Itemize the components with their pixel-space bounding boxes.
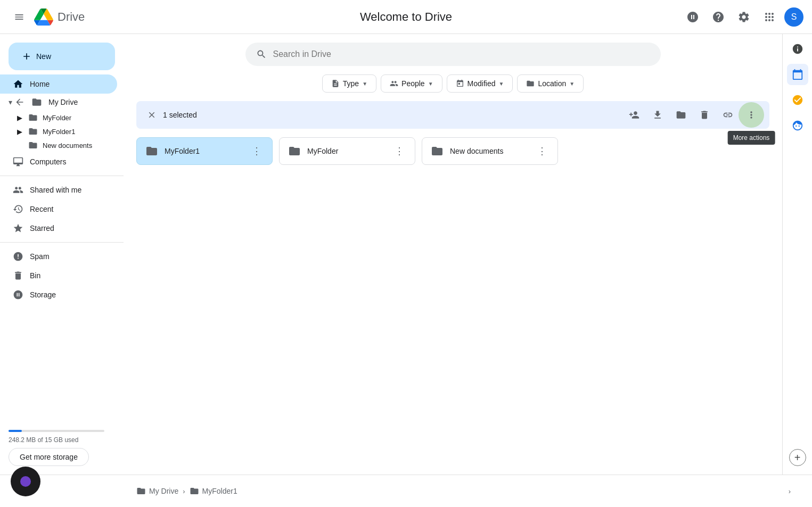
main-content: Type ▼ People ▼ Modified ▼ Location ▼ bbox=[124, 34, 782, 475]
breadcrumb: My Drive › MyFolder1 bbox=[136, 486, 237, 496]
storage-label: Storage bbox=[30, 290, 56, 299]
people-label: People bbox=[401, 79, 425, 88]
recent-icon bbox=[13, 204, 23, 214]
home-label: Home bbox=[30, 80, 50, 88]
selection-bar: 1 selected bbox=[136, 101, 769, 129]
app-title: Drive bbox=[58, 10, 85, 24]
new-button[interactable]: New bbox=[9, 43, 115, 70]
sidebar-item-computers[interactable]: Computers bbox=[0, 152, 117, 171]
myfolder-label: MyFolder bbox=[43, 114, 71, 122]
move-button[interactable] bbox=[671, 105, 691, 124]
breadcrumb-mydrive: My Drive bbox=[149, 487, 178, 495]
storage-bar-bg bbox=[9, 430, 104, 432]
people-arrow: ▼ bbox=[428, 81, 433, 87]
menu-icon[interactable] bbox=[9, 6, 30, 28]
info-panel-icon[interactable] bbox=[787, 38, 808, 60]
settings-icon[interactable] bbox=[733, 6, 754, 28]
expand-button[interactable]: › bbox=[780, 481, 799, 501]
top-bar-left: Drive bbox=[9, 6, 85, 28]
body-area: New Home ▾ My Drive ▶ MyFolder bbox=[0, 34, 812, 475]
home-icon bbox=[13, 79, 23, 89]
bin-label: Bin bbox=[30, 271, 40, 280]
spam-label: Spam bbox=[30, 252, 50, 261]
type-filter[interactable]: Type ▼ bbox=[322, 74, 376, 93]
file-name-myfolder1: MyFolder1 bbox=[165, 147, 243, 155]
selection-count: 1 selected bbox=[163, 111, 620, 119]
calendar-panel-icon[interactable] bbox=[787, 64, 808, 85]
search-input[interactable] bbox=[273, 49, 650, 59]
my-drive-label: My Drive bbox=[48, 98, 78, 106]
sidebar-item-starred[interactable]: Starred bbox=[0, 219, 117, 238]
folder-icon bbox=[28, 113, 38, 122]
sidebar-item-bin[interactable]: Bin bbox=[0, 266, 117, 285]
sidebar-item-home[interactable]: Home bbox=[0, 74, 117, 94]
tree-toggle-1: ▶ bbox=[17, 128, 26, 136]
file-name-newdoc: New documents bbox=[450, 147, 529, 155]
location-icon bbox=[526, 79, 535, 88]
link-button[interactable] bbox=[718, 105, 737, 124]
sidebar-item-recent[interactable]: Recent bbox=[0, 200, 117, 219]
tasks-panel-icon[interactable] bbox=[787, 89, 808, 111]
drive-logo[interactable]: Drive bbox=[34, 7, 85, 27]
breadcrumb-folder-item[interactable]: MyFolder1 bbox=[190, 486, 237, 496]
top-bar: Drive Welcome to Drive S bbox=[0, 0, 812, 34]
file-item-myfolder1[interactable]: MyFolder1 ⋮ bbox=[136, 137, 273, 165]
add-panel-button[interactable]: + bbox=[789, 449, 806, 466]
avatar[interactable]: S bbox=[784, 7, 803, 27]
location-filter[interactable]: Location ▼ bbox=[517, 74, 584, 93]
emoji-icon[interactable] bbox=[682, 6, 703, 28]
location-arrow: ▼ bbox=[569, 81, 575, 87]
sidebar-item-storage[interactable]: Storage bbox=[0, 285, 117, 304]
expand-icon: ▾ bbox=[9, 98, 12, 106]
bin-icon bbox=[13, 270, 23, 281]
main-title: Welcome to Drive bbox=[360, 10, 452, 24]
folder-icon-1 bbox=[28, 127, 38, 136]
file-more-myfolder1[interactable]: ⋮ bbox=[250, 143, 264, 159]
file-item-myfolder[interactable]: MyFolder ⋮ bbox=[279, 137, 415, 165]
myfolder1-label: MyFolder1 bbox=[43, 128, 75, 136]
modified-filter[interactable]: Modified ▼ bbox=[447, 74, 513, 93]
my-drive-header[interactable]: ▾ My Drive bbox=[0, 94, 117, 111]
file-name-myfolder: MyFolder bbox=[307, 147, 386, 155]
help-icon[interactable] bbox=[708, 6, 729, 28]
filter-row: Type ▼ People ▼ Modified ▼ Location ▼ bbox=[136, 70, 769, 97]
deselect-button[interactable] bbox=[145, 108, 159, 122]
computers-label: Computers bbox=[30, 157, 66, 166]
shared-icon bbox=[13, 185, 23, 195]
recent-label: Recent bbox=[30, 205, 53, 213]
search-container bbox=[136, 34, 769, 70]
delete-button[interactable] bbox=[695, 105, 714, 124]
tree-item-newdoc[interactable]: ▶ New documents bbox=[0, 138, 117, 152]
divider-2 bbox=[0, 242, 124, 243]
type-icon bbox=[331, 79, 340, 88]
breadcrumb-drive-icon bbox=[136, 486, 146, 496]
file-item-newdoc[interactable]: New documents ⋮ bbox=[422, 137, 558, 165]
breadcrumb-folder: MyFolder1 bbox=[202, 487, 237, 495]
breadcrumb-drive-item[interactable]: My Drive bbox=[136, 486, 178, 496]
tree-toggle: ▶ bbox=[17, 114, 26, 122]
sidebar-item-shared[interactable]: Shared with me bbox=[0, 180, 117, 200]
breadcrumb-separator: › bbox=[183, 487, 185, 495]
search-bar[interactable] bbox=[245, 43, 661, 66]
storage-icon bbox=[13, 289, 23, 300]
file-more-newdoc[interactable]: ⋮ bbox=[535, 143, 549, 159]
contacts-panel-icon[interactable] bbox=[787, 115, 808, 136]
breadcrumb-folder-icon bbox=[190, 486, 199, 496]
people-filter[interactable]: People ▼ bbox=[381, 74, 442, 93]
get-storage-button[interactable]: Get more storage bbox=[9, 448, 89, 466]
file-more-myfolder[interactable]: ⋮ bbox=[392, 143, 406, 159]
modified-arrow: ▼ bbox=[498, 81, 504, 87]
newdoc-label: New documents bbox=[43, 142, 92, 149]
more-actions-button[interactable]: More actions bbox=[742, 105, 761, 124]
share-button[interactable] bbox=[625, 105, 644, 124]
people-icon bbox=[390, 79, 398, 88]
tree-item-myfolder[interactable]: ▶ MyFolder bbox=[0, 111, 117, 124]
tree-item-myfolder1[interactable]: ▶ MyFolder1 bbox=[0, 124, 117, 138]
folder-icon-myfolder bbox=[288, 145, 301, 157]
folder-icon-newdoc bbox=[431, 145, 444, 157]
sidebar-item-spam[interactable]: Spam bbox=[0, 247, 117, 266]
starred-label: Starred bbox=[30, 224, 54, 232]
apps-icon[interactable] bbox=[759, 6, 780, 28]
storage-section: 248.2 MB of 15 GB used Get more storage bbox=[9, 426, 115, 466]
download-button[interactable] bbox=[648, 105, 667, 124]
